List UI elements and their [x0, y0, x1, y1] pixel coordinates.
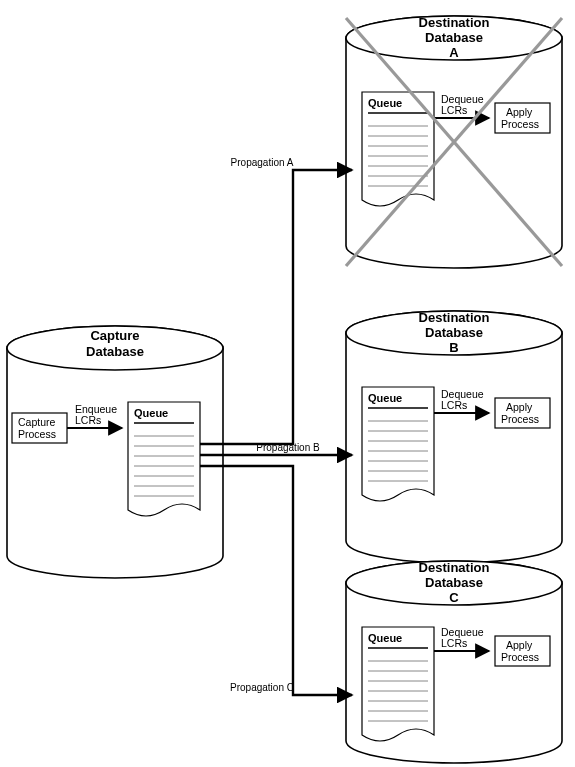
dest-c-queue: Queue [362, 627, 434, 741]
dest-c-flow-l2: LCRs [441, 637, 467, 649]
dest-b-flow-l2: LCRs [441, 399, 467, 411]
destination-database-c: Destination Database C Queue Dequeue LCR… [346, 560, 562, 763]
dest-c-apply-l1: Apply [506, 639, 533, 651]
capture-queue-label: Queue [134, 407, 168, 419]
capture-db-title-l1: Capture [90, 328, 139, 343]
dest-c-title-l2: Database [425, 575, 483, 590]
dest-a-queue: Queue [362, 92, 434, 206]
dest-b-apply-l2: Process [501, 413, 539, 425]
dest-c-title-l1: Destination [419, 560, 490, 575]
capture-database: Capture Database Capture Process Enqueue… [7, 326, 223, 578]
dest-a-queue-label: Queue [368, 97, 402, 109]
dest-a-title-l3: A [449, 45, 459, 60]
dest-b-queue: Queue [362, 387, 434, 501]
dest-a-title-l2: Database [425, 30, 483, 45]
dest-b-apply-l1: Apply [506, 401, 533, 413]
dest-a-title-l1: Destination [419, 15, 490, 30]
enqueue-label-l2: LCRs [75, 414, 101, 426]
dest-b-title-l1: Destination [419, 310, 490, 325]
propagation-b-label: Propagation B [256, 442, 320, 453]
destination-database-a: Destination Database A Queue Dequeue LCR… [346, 15, 562, 268]
dest-c-apply-l2: Process [501, 651, 539, 663]
dest-c-queue-label: Queue [368, 632, 402, 644]
capture-process-l2: Process [18, 428, 56, 440]
destination-database-b: Destination Database B Queue Dequeue LCR… [346, 310, 562, 563]
dest-b-title-l3: B [449, 340, 458, 355]
propagation-a-label: Propagation A [231, 157, 294, 168]
capture-queue: Queue [128, 402, 200, 516]
capture-db-title-l2: Database [86, 344, 144, 359]
diagram-canvas: Capture Database Capture Process Enqueue… [0, 0, 575, 767]
capture-process-l1: Capture [18, 416, 56, 428]
propagation-c-label: Propagation C [230, 682, 294, 693]
dest-b-title-l2: Database [425, 325, 483, 340]
dest-a-apply-l1: Apply [506, 106, 533, 118]
dest-c-title-l3: C [449, 590, 459, 605]
dest-a-flow-l2: LCRs [441, 104, 467, 116]
dest-a-apply-l2: Process [501, 118, 539, 130]
dest-b-queue-label: Queue [368, 392, 402, 404]
